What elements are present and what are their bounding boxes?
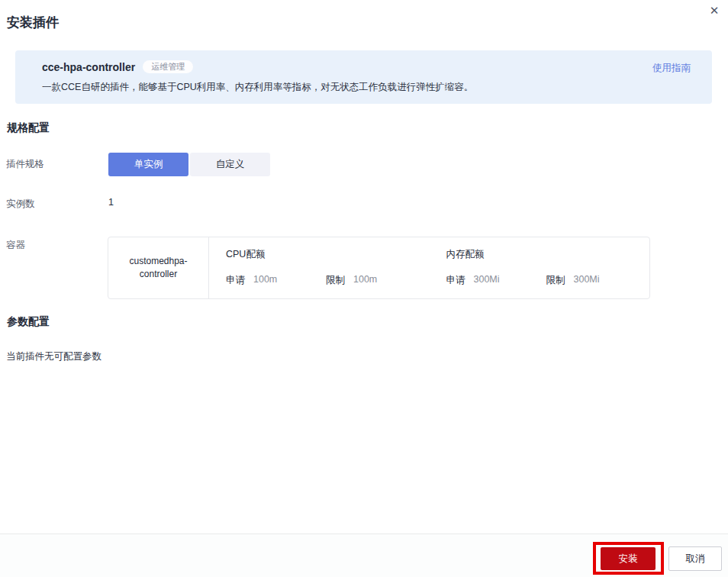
memory-limit-label: 限制 <box>546 274 565 287</box>
plugin-category-badge: 运维管理 <box>143 60 193 73</box>
spec-config-heading: 规格配置 <box>7 121 50 135</box>
plugin-spec-label: 插件规格 <box>6 158 44 171</box>
cpu-limit-label: 限制 <box>326 274 345 287</box>
install-button[interactable]: 安装 <box>601 547 656 570</box>
params-empty-text: 当前插件无可配置参数 <box>6 350 101 363</box>
container-label: 容器 <box>6 239 25 252</box>
memory-request-value: 300Mi <box>474 274 500 287</box>
close-icon[interactable]: ✕ <box>706 2 723 19</box>
page-title: 安装插件 <box>7 14 59 31</box>
cpu-quota-header: CPU配额 <box>226 248 430 261</box>
cpu-limit-value: 100m <box>353 274 377 287</box>
install-plugin-dialog: 安装插件 ✕ cce-hpa-controller 运维管理 使用指南 一款CC… <box>0 0 728 577</box>
memory-limit-value: 300Mi <box>574 274 600 287</box>
memory-quota-group: 内存配额 申请 300Mi 限制 300Mi <box>430 237 650 298</box>
container-quota-table: customedhpa-controller CPU配额 申请 100m 限制 … <box>108 237 650 299</box>
memory-request-label: 申请 <box>446 274 465 287</box>
cpu-request-value: 100m <box>253 274 277 287</box>
cancel-button[interactable]: 取消 <box>668 546 722 571</box>
memory-quota-header: 内存配额 <box>446 248 650 261</box>
usage-guide-link[interactable]: 使用指南 <box>652 62 691 75</box>
plugin-spec-option-group: 单实例 自定义 <box>108 153 270 176</box>
spec-option-custom[interactable]: 自定义 <box>190 153 270 176</box>
cpu-quota-group: CPU配额 申请 100m 限制 100m <box>209 237 430 298</box>
container-name: customedhpa-controller <box>108 237 209 298</box>
params-config-heading: 参数配置 <box>7 315 50 329</box>
plugin-name: cce-hpa-controller <box>42 61 135 73</box>
cpu-request-label: 申请 <box>226 274 245 287</box>
instances-value: 1 <box>108 197 114 208</box>
plugin-description: 一款CCE自研的插件，能够基于CPU利用率、内存利用率等指标，对无状态工作负载进… <box>42 81 691 94</box>
plugin-info-card: cce-hpa-controller 运维管理 使用指南 一款CCE自研的插件，… <box>15 50 712 104</box>
instances-label: 实例数 <box>6 198 35 211</box>
spec-option-single-instance[interactable]: 单实例 <box>108 153 188 176</box>
